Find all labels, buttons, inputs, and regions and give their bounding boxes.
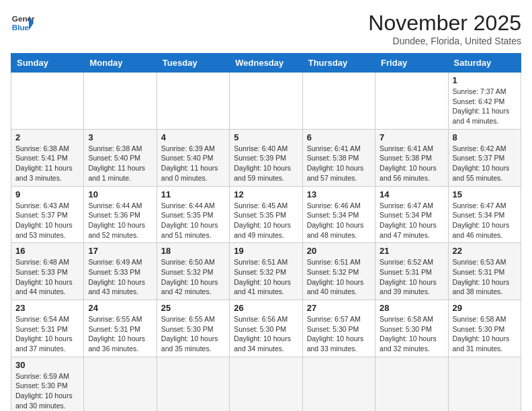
day-number: 18 (161, 246, 225, 256)
calendar-cell (230, 73, 302, 130)
calendar-cell: 20Sunrise: 6:51 AM Sunset: 5:32 PM Dayli… (302, 243, 375, 300)
calendar-cell (448, 357, 521, 411)
header: General Blue November 2025 Dundee, Flori… (11, 11, 521, 46)
day-number: 1 (453, 75, 517, 85)
calendar-cell: 13Sunrise: 6:46 AM Sunset: 5:34 PM Dayli… (302, 186, 375, 243)
day-info: Sunrise: 6:51 AM Sunset: 5:32 PM Dayligh… (307, 257, 371, 297)
calendar-week-4: 16Sunrise: 6:48 AM Sunset: 5:33 PM Dayli… (11, 243, 521, 300)
calendar-cell: 6Sunrise: 6:41 AM Sunset: 5:38 PM Daylig… (302, 129, 375, 186)
day-info: Sunrise: 6:39 AM Sunset: 5:40 PM Dayligh… (161, 144, 225, 183)
day-info: Sunrise: 6:59 AM Sunset: 5:30 PM Dayligh… (15, 371, 79, 411)
day-info: Sunrise: 6:56 AM Sunset: 5:30 PM Dayligh… (234, 314, 298, 354)
calendar-cell: 9Sunrise: 6:43 AM Sunset: 5:37 PM Daylig… (11, 186, 84, 243)
calendar-cell (84, 357, 157, 411)
logo-icon: General Blue (11, 11, 35, 35)
day-number: 21 (380, 246, 443, 256)
day-number: 29 (453, 303, 517, 313)
location: Dundee, Florida, United States (368, 36, 521, 46)
day-info: Sunrise: 6:55 AM Sunset: 5:30 PM Dayligh… (161, 314, 225, 354)
calendar-cell (157, 73, 229, 130)
day-info: Sunrise: 6:53 AM Sunset: 5:31 PM Dayligh… (453, 257, 517, 297)
calendar: SundayMondayTuesdayWednesdayThursdayFrid… (11, 53, 521, 411)
calendar-cell: 5Sunrise: 6:40 AM Sunset: 5:39 PM Daylig… (230, 129, 302, 186)
calendar-cell (375, 73, 448, 130)
calendar-cell: 17Sunrise: 6:49 AM Sunset: 5:33 PM Dayli… (84, 243, 157, 300)
weekday-header-row: SundayMondayTuesdayWednesdayThursdayFrid… (11, 54, 521, 73)
calendar-cell: 19Sunrise: 6:51 AM Sunset: 5:32 PM Dayli… (230, 243, 302, 300)
day-info: Sunrise: 6:49 AM Sunset: 5:33 PM Dayligh… (88, 257, 152, 297)
day-info: Sunrise: 6:58 AM Sunset: 5:30 PM Dayligh… (453, 314, 517, 354)
day-info: Sunrise: 6:47 AM Sunset: 5:34 PM Dayligh… (380, 201, 443, 240)
day-info: Sunrise: 6:41 AM Sunset: 5:38 PM Dayligh… (307, 144, 371, 183)
weekday-header-tuesday: Tuesday (157, 54, 229, 73)
day-number: 7 (380, 132, 443, 142)
day-number: 5 (234, 132, 298, 142)
calendar-cell (302, 357, 375, 411)
day-info: Sunrise: 6:51 AM Sunset: 5:32 PM Dayligh… (234, 257, 298, 297)
day-info: Sunrise: 6:44 AM Sunset: 5:36 PM Dayligh… (88, 201, 152, 240)
calendar-cell: 2Sunrise: 6:38 AM Sunset: 5:41 PM Daylig… (11, 129, 84, 186)
day-number: 8 (453, 132, 517, 142)
day-number: 30 (15, 360, 79, 370)
day-info: Sunrise: 6:48 AM Sunset: 5:33 PM Dayligh… (15, 257, 79, 297)
calendar-week-5: 23Sunrise: 6:54 AM Sunset: 5:31 PM Dayli… (11, 300, 521, 357)
calendar-cell: 16Sunrise: 6:48 AM Sunset: 5:33 PM Dayli… (11, 243, 84, 300)
day-number: 13 (307, 189, 371, 199)
day-number: 2 (15, 132, 79, 142)
calendar-cell: 18Sunrise: 6:50 AM Sunset: 5:32 PM Dayli… (157, 243, 229, 300)
calendar-cell (230, 357, 302, 411)
calendar-week-6: 30Sunrise: 6:59 AM Sunset: 5:30 PM Dayli… (11, 357, 521, 411)
calendar-cell: 11Sunrise: 6:44 AM Sunset: 5:35 PM Dayli… (157, 186, 229, 243)
calendar-cell (84, 73, 157, 130)
calendar-week-3: 9Sunrise: 6:43 AM Sunset: 5:37 PM Daylig… (11, 186, 521, 243)
day-info: Sunrise: 6:55 AM Sunset: 5:31 PM Dayligh… (88, 314, 152, 354)
day-number: 20 (307, 246, 371, 256)
month-title: November 2025 (368, 11, 521, 36)
day-number: 11 (161, 189, 225, 199)
day-info: Sunrise: 6:42 AM Sunset: 5:37 PM Dayligh… (453, 144, 517, 183)
day-number: 28 (380, 303, 443, 313)
day-number: 15 (453, 189, 517, 199)
logo: General Blue (11, 11, 35, 35)
calendar-cell: 30Sunrise: 6:59 AM Sunset: 5:30 PM Dayli… (11, 357, 84, 411)
calendar-cell: 26Sunrise: 6:56 AM Sunset: 5:30 PM Dayli… (230, 300, 302, 357)
day-info: Sunrise: 6:58 AM Sunset: 5:30 PM Dayligh… (380, 314, 443, 354)
day-info: Sunrise: 6:50 AM Sunset: 5:32 PM Dayligh… (161, 257, 225, 297)
calendar-cell: 10Sunrise: 6:44 AM Sunset: 5:36 PM Dayli… (84, 186, 157, 243)
day-number: 24 (88, 303, 152, 313)
calendar-week-1: 1Sunrise: 7:37 AM Sunset: 6:42 PM Daylig… (11, 73, 521, 130)
day-number: 6 (307, 132, 371, 142)
day-number: 10 (88, 189, 152, 199)
title-area: November 2025 Dundee, Florida, United St… (368, 11, 521, 46)
day-number: 23 (15, 303, 79, 313)
calendar-cell: 15Sunrise: 6:47 AM Sunset: 5:34 PM Dayli… (448, 186, 521, 243)
calendar-cell (11, 73, 84, 130)
calendar-cell: 22Sunrise: 6:53 AM Sunset: 5:31 PM Dayli… (448, 243, 521, 300)
calendar-cell: 27Sunrise: 6:57 AM Sunset: 5:30 PM Dayli… (302, 300, 375, 357)
weekday-header-wednesday: Wednesday (230, 54, 302, 73)
day-info: Sunrise: 6:40 AM Sunset: 5:39 PM Dayligh… (234, 144, 298, 183)
day-info: Sunrise: 6:45 AM Sunset: 5:35 PM Dayligh… (234, 201, 298, 240)
weekday-header-monday: Monday (84, 54, 157, 73)
day-info: Sunrise: 6:38 AM Sunset: 5:40 PM Dayligh… (88, 144, 152, 183)
day-info: Sunrise: 6:43 AM Sunset: 5:37 PM Dayligh… (15, 201, 79, 240)
svg-text:Blue: Blue (12, 23, 30, 32)
calendar-cell: 21Sunrise: 6:52 AM Sunset: 5:31 PM Dayli… (375, 243, 448, 300)
day-info: Sunrise: 6:52 AM Sunset: 5:31 PM Dayligh… (380, 257, 443, 297)
day-number: 12 (234, 189, 298, 199)
calendar-cell: 29Sunrise: 6:58 AM Sunset: 5:30 PM Dayli… (448, 300, 521, 357)
calendar-cell: 14Sunrise: 6:47 AM Sunset: 5:34 PM Dayli… (375, 186, 448, 243)
weekday-header-friday: Friday (375, 54, 448, 73)
day-info: Sunrise: 6:44 AM Sunset: 5:35 PM Dayligh… (161, 201, 225, 240)
day-number: 16 (15, 246, 79, 256)
day-number: 26 (234, 303, 298, 313)
calendar-cell: 4Sunrise: 6:39 AM Sunset: 5:40 PM Daylig… (157, 129, 229, 186)
day-info: Sunrise: 6:47 AM Sunset: 5:34 PM Dayligh… (453, 201, 517, 240)
weekday-header-thursday: Thursday (302, 54, 375, 73)
calendar-cell: 23Sunrise: 6:54 AM Sunset: 5:31 PM Dayli… (11, 300, 84, 357)
day-info: Sunrise: 6:57 AM Sunset: 5:30 PM Dayligh… (307, 314, 371, 354)
day-number: 25 (161, 303, 225, 313)
day-number: 3 (88, 132, 152, 142)
day-number: 4 (161, 132, 225, 142)
day-info: Sunrise: 6:41 AM Sunset: 5:38 PM Dayligh… (380, 144, 443, 183)
